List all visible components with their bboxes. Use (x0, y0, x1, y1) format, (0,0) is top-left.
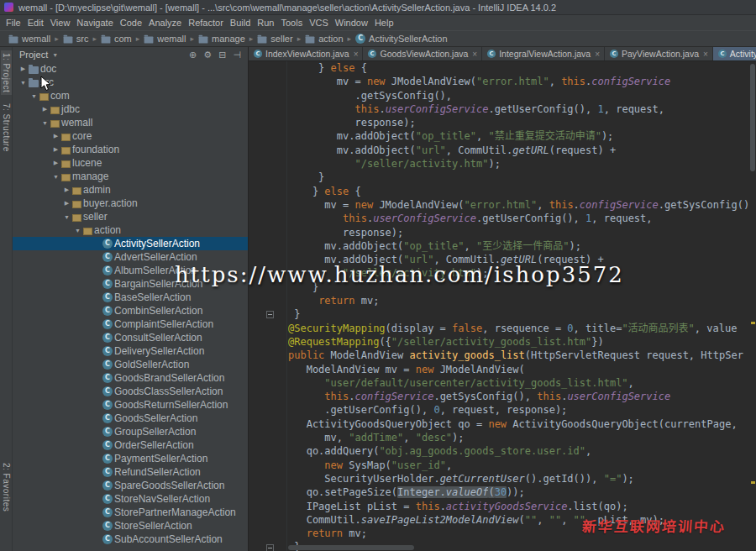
menu-build[interactable]: Build (227, 16, 254, 29)
chevron-expanded-icon[interactable]: ▼ (50, 174, 61, 180)
chevron-collapsed-icon[interactable]: ▶ (50, 160, 61, 166)
tree-item-GoodsClassSellerAction[interactable]: CGoodsClassSellerAction (13, 385, 248, 398)
horizontal-scrollbar-thumb[interactable] (288, 545, 414, 550)
menu-analyze[interactable]: Analyze (145, 16, 185, 29)
gear-icon[interactable]: ⚙ (203, 47, 212, 62)
code-line[interactable]: mv, "addTime", "desc"); (288, 431, 749, 444)
tree-item-ComplaintSellerAction[interactable]: CComplaintSellerAction (13, 317, 248, 331)
code-line[interactable]: "user/default/usercenter/activity_goods_… (288, 376, 749, 390)
code-line[interactable]: qo.addQuery("obj.ag_goods.goods_store.us… (288, 444, 749, 458)
tab-IndexViewAction.java[interactable]: CIndexViewAction.java× (249, 47, 363, 60)
chevron-collapsed-icon[interactable]: ▶ (39, 106, 50, 113)
chevron-collapsed-icon[interactable]: ▶ (61, 200, 72, 207)
tree-item-GoodsBrandSellerAction[interactable]: CGoodsBrandSellerAction (13, 371, 248, 385)
code-line[interactable]: } (288, 171, 749, 184)
code-line[interactable]: return mv; (288, 294, 749, 307)
menu-vcs[interactable]: VCS (306, 16, 332, 29)
close-tab-icon[interactable]: × (354, 50, 359, 59)
code-line[interactable]: } (288, 307, 749, 321)
code-line[interactable]: this.configService.getSysConfig(), this.… (288, 390, 749, 403)
code-line[interactable]: } else { (288, 61, 749, 75)
tree-item-foundation[interactable]: ▶foundation (13, 143, 248, 156)
tree-item-admin[interactable]: ▶admin (13, 183, 248, 197)
tree-item-GoodsSellerAction[interactable]: CGoodsSellerAction (13, 412, 248, 425)
code-line[interactable]: .getSysConfig(), (288, 89, 749, 102)
close-tab-icon[interactable]: × (703, 50, 708, 59)
tree-item-ActivitySellerAction[interactable]: CActivitySellerAction (13, 237, 248, 250)
code-line[interactable]: .getUserConfig(), 0, request, response); (288, 403, 749, 417)
chevron-expanded-icon[interactable]: ▼ (29, 93, 39, 99)
menu-window[interactable]: Window (332, 16, 371, 29)
tree-item-StoreSellerAction[interactable]: CStoreSellerAction (13, 519, 248, 533)
menu-file[interactable]: File (3, 16, 24, 29)
code-line[interactable]: @RequestMapping({"/seller/activity_goods… (288, 335, 749, 349)
stripe-mark[interactable] (751, 481, 755, 484)
menu-tools[interactable]: Tools (277, 16, 306, 29)
breadcrumb-item-src[interactable]: src (61, 33, 91, 45)
code-line[interactable]: mv.addObject("url", CommUtil.getURL(requ… (288, 144, 749, 157)
tree-item-ConsultSellerAction[interactable]: CConsultSellerAction (13, 331, 248, 344)
menu-navigate[interactable]: Navigate (73, 16, 116, 29)
code-line[interactable]: @SecurityMapping(display = false, rseque… (288, 322, 749, 335)
stripe-mark[interactable] (751, 322, 755, 324)
hide-icon[interactable]: ⊣ (233, 47, 241, 62)
breadcrumb-item-wemall[interactable]: wemall (7, 33, 52, 45)
tool-button-project[interactable]: 1: Project (1, 50, 12, 95)
tool-button-favorites[interactable]: 2: Favorites (1, 460, 12, 514)
code-line[interactable]: } else { (288, 185, 749, 198)
tab-PayViewAction.java[interactable]: CPayViewAction.java× (605, 47, 713, 60)
tree-item-GoldSellerAction[interactable]: CGoldSellerAction (13, 358, 248, 371)
breadcrumb-item-activityselleraction[interactable]: CActivitySellerAction (354, 33, 449, 45)
tab-GoodsViewAction.java[interactable]: CGoodsViewAction.java× (363, 47, 482, 60)
tree-item-buyer.action[interactable]: ▶buyer.action (13, 197, 248, 210)
menu-code[interactable]: Code (117, 16, 145, 29)
menu-help[interactable]: Help (371, 16, 397, 29)
breadcrumb-item-com[interactable]: com (99, 33, 134, 45)
tool-button-structure[interactable]: 7: Structure (1, 101, 12, 155)
chevron-collapsed-icon[interactable]: ▶ (18, 66, 29, 72)
code-line[interactable]: mv.addObject("op_title", "禁止重复提交活动申请"); (288, 129, 749, 143)
collapse-icon[interactable]: ⊟ (218, 47, 226, 62)
tree-item-SubAccountSellerAction[interactable]: CSubAccountSellerAction (13, 533, 248, 546)
code-line[interactable]: IPageList pList = this.activityGoodsServ… (288, 500, 749, 513)
chevron-collapsed-icon[interactable]: ▶ (50, 133, 61, 139)
tree-item-lucene[interactable]: ▶lucene (13, 156, 248, 170)
tree-item-GoodsReturnSellerAction[interactable]: CGoodsReturnSellerAction (13, 398, 248, 412)
breadcrumb-item-wemall[interactable]: wemall (142, 33, 187, 45)
tree-item-jdbc[interactable]: ▶jdbc (13, 102, 248, 116)
fold-marker-icon[interactable] (266, 544, 274, 551)
tree-item-seller[interactable]: ▼seller (13, 210, 248, 223)
code-line[interactable]: mv.addObject("op_title", "至少选择一件商品"); (288, 239, 749, 253)
code-line[interactable]: ActivityGoodsQueryObject qo = new Activi… (288, 417, 749, 431)
code-line[interactable]: response); (288, 226, 749, 239)
menu-refactor[interactable]: Refactor (185, 16, 227, 29)
tree-item-SpareGoodsSellerAction[interactable]: CSpareGoodsSellerAction (13, 479, 248, 492)
code-line[interactable]: "/seller/activity.htm"); (288, 157, 749, 171)
tab-IntegralViewAction.java[interactable]: CIntegralViewAction.java× (482, 47, 605, 60)
tree-item-DeliverySellerAction[interactable]: CDeliverySellerAction (13, 344, 248, 358)
code-line[interactable]: response); (288, 116, 749, 129)
breadcrumb-item-manage[interactable]: manage (197, 33, 247, 45)
tree-item-wemall[interactable]: ▼wemall (13, 116, 248, 129)
chevron-down-icon[interactable]: ▼ (52, 52, 58, 58)
code-line[interactable]: SecurityUserHolder.getCurrentUser().getI… (288, 472, 749, 485)
chevron-expanded-icon[interactable]: ▼ (72, 228, 83, 234)
breadcrumb-item-action[interactable]: action (303, 33, 344, 45)
code-line[interactable]: new SysMap("user_id", (288, 459, 749, 472)
tree-item-StorePartnerManageAction[interactable]: CStorePartnerManageAction (13, 506, 248, 519)
close-tab-icon[interactable]: × (472, 50, 477, 59)
menu-view[interactable]: View (47, 16, 74, 29)
fold-marker-icon[interactable] (266, 311, 274, 318)
code-line[interactable]: mv = new JModelAndView("error.html", thi… (288, 75, 749, 88)
chevron-expanded-icon[interactable]: ▼ (61, 214, 72, 220)
tree-item-manage[interactable]: ▼manage (13, 170, 248, 183)
tree-item-BaseSellerAction[interactable]: CBaseSellerAction (13, 291, 248, 304)
locate-icon[interactable]: ⊕ (189, 47, 197, 62)
chevron-expanded-icon[interactable]: ▼ (39, 120, 50, 126)
tree-item-GroupSellerAction[interactable]: CGroupSellerAction (13, 425, 248, 438)
code-area[interactable]: } else { mv = new JModelAndView("error.h… (288, 61, 749, 551)
tree-item-PaymentSellerAction[interactable]: CPaymentSellerAction (13, 452, 248, 465)
chevron-expanded-icon[interactable]: ▼ (18, 80, 29, 86)
tree-item-doc[interactable]: ▶doc (13, 62, 248, 76)
code-line[interactable]: public ModelAndView activity_goods_list(… (288, 349, 749, 362)
